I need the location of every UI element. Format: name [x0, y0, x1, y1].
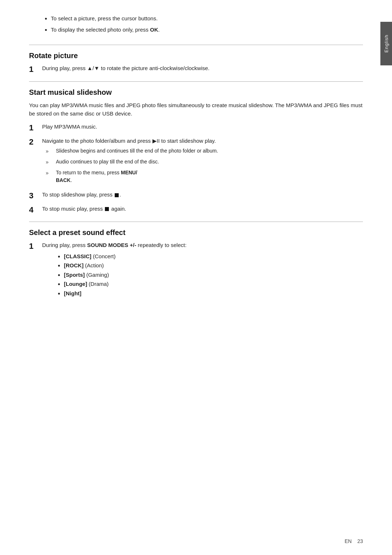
stop-icon: [105, 207, 109, 211]
step-text: To stop slideshow play, press .: [42, 191, 363, 199]
sub-bullet-text: To return to the menu, press MENU/BACK.: [56, 169, 137, 184]
sub-bullet-mark: »: [46, 158, 56, 166]
step-number: 2: [29, 137, 42, 147]
side-tab: English: [380, 22, 392, 65]
divider-slideshow: [29, 81, 363, 82]
sub-bullet-2: » Audio continues to play till the end o…: [46, 158, 363, 166]
step-slideshow-3: 3 To stop slideshow play, press .: [29, 191, 363, 201]
step-sound-1: 1 During play, press SOUND MODES +/- rep…: [29, 241, 363, 298]
step-text: During play, press ▲/▼ to rotate the pic…: [42, 64, 363, 73]
sub-bullet-mark: »: [46, 147, 56, 155]
step-number: 4: [29, 205, 42, 215]
side-tab-label: English: [384, 35, 389, 53]
intro-bullet-2: To display the selected photo only, pres…: [51, 26, 363, 34]
intro-bullets: To select a picture, press the cursor bu…: [44, 15, 363, 34]
step-slideshow-1: 1 Play MP3/WMA music.: [29, 123, 363, 133]
sound-option-sports: [Sports] (Gaming): [64, 270, 363, 280]
step-text: Play MP3/WMA music.: [42, 123, 363, 131]
sound-option-classic: [CLASSIC] (Concert): [64, 252, 363, 261]
step-number: 1: [29, 64, 42, 75]
divider-rotate: [29, 45, 363, 45]
sub-bullet-text: Slideshow begins and continues till the …: [56, 147, 218, 155]
step-text: To stop music play, press again.: [42, 205, 363, 213]
footer-page: 23: [357, 538, 363, 544]
step-number: 1: [29, 123, 42, 133]
step-text: Navigate to the photo folder/album and p…: [42, 137, 363, 187]
stop-icon: [115, 193, 119, 197]
sub-bullet-1: » Slideshow begins and continues till th…: [46, 147, 363, 155]
step-rotate-1: 1 During play, press ▲/▼ to rotate the p…: [29, 64, 363, 75]
sound-option-lounge: [Lounge] (Drama): [64, 279, 363, 289]
slideshow-description: You can play MP3/WMA music files and JPE…: [29, 101, 363, 118]
sub-bullet-text: Audio continues to play till the end of …: [56, 158, 159, 166]
page-footer: EN 23: [344, 538, 363, 544]
step-number: 1: [29, 241, 42, 252]
step-text: During play, press SOUND MODES +/- repea…: [42, 241, 363, 298]
heading-slideshow: Start musical slideshow: [29, 88, 363, 97]
sub-bullet-mark: »: [46, 169, 56, 177]
page-container: English To select a picture, press the c…: [0, 0, 392, 555]
sub-bullets: » Slideshow begins and continues till th…: [46, 147, 363, 184]
sound-options-list: [CLASSIC] (Concert) [ROCK] (Action) [Spo…: [57, 252, 363, 298]
sound-option-rock: [ROCK] (Action): [64, 261, 363, 270]
sub-bullet-3: » To return to the menu, press MENU/BACK…: [46, 169, 363, 184]
divider-sound: [29, 222, 363, 222]
footer-lang: EN: [344, 538, 351, 544]
sound-option-night: [Night]: [64, 289, 363, 298]
intro-bullet-1: To select a picture, press the cursor bu…: [51, 15, 363, 23]
step-slideshow-2: 2 Navigate to the photo folder/album and…: [29, 137, 363, 187]
heading-sound-effect: Select a preset sound effect: [29, 228, 363, 237]
heading-rotate-picture: Rotate picture: [29, 52, 363, 60]
step-number: 3: [29, 191, 42, 201]
step-slideshow-4: 4 To stop music play, press again.: [29, 205, 363, 215]
